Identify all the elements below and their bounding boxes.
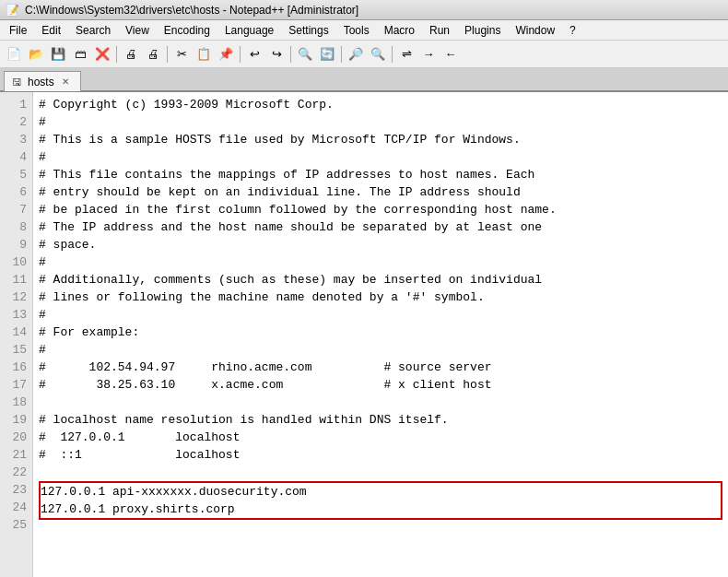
toolbar-sep-1 (116, 46, 117, 63)
line-number-25: 25 (0, 516, 32, 534)
menu-item-run[interactable]: Run (422, 22, 457, 39)
menu-item-language[interactable]: Language (217, 22, 281, 39)
editor: 1234567891011121314151617181920212223242… (0, 92, 728, 577)
line-number-20: 20 (0, 429, 32, 446)
code-line-7: # be placed in the first column followed… (39, 201, 722, 218)
tab-close-button[interactable]: ✕ (60, 77, 71, 87)
title-bar: 📝 C:\Windows\System32\drivers\etc\hosts … (0, 0, 728, 20)
code-line-21: # ::1 localhost (39, 446, 722, 464)
toolbar-sep-4 (290, 46, 291, 63)
menu-item-view[interactable]: View (118, 22, 157, 39)
code-line-15: # (39, 341, 722, 359)
copy-button[interactable]: 📋 (194, 44, 214, 65)
code-line-22 (39, 464, 722, 481)
menu-item-edit[interactable]: Edit (34, 22, 68, 39)
code-line-24: 127.0.0.1 proxy.shirts.corp (41, 500, 721, 518)
menu-item-?[interactable]: ? (562, 22, 583, 39)
menu-item-tools[interactable]: Tools (336, 22, 377, 39)
line-number-3: 3 (0, 131, 32, 148)
code-line-16: # 102.54.94.97 rhino.acme.com # source s… (39, 359, 722, 376)
line-number-11: 11 (0, 271, 32, 288)
line-number-17: 17 (0, 376, 32, 394)
line-number-18: 18 (0, 394, 32, 411)
save-all-button[interactable]: 🗃 (70, 44, 90, 65)
code-line-23: 127.0.0.1 api-xxxxxxx.duosecurity.com (41, 483, 721, 500)
replace-button[interactable]: 🔄 (317, 44, 337, 65)
menu-item-file[interactable]: File (2, 22, 34, 39)
menu-item-window[interactable]: Window (508, 22, 562, 39)
line-number-6: 6 (0, 183, 32, 201)
print-button[interactable]: 🖨 (121, 44, 141, 65)
line-number-15: 15 (0, 341, 32, 359)
save-button[interactable]: 💾 (48, 44, 68, 65)
redo-button[interactable]: ↪ (266, 44, 287, 65)
line-number-1: 1 (0, 96, 32, 113)
line-number-14: 14 (0, 324, 32, 341)
zoom-out-button[interactable]: 🔍 (368, 44, 388, 65)
zoom-in-button[interactable]: 🔎 (346, 44, 366, 65)
tab-bar: 🖫 hosts ✕ (0, 68, 728, 92)
undo-button[interactable]: ↩ (244, 44, 264, 65)
find-button[interactable]: 🔍 (295, 44, 315, 65)
tab-icon: 🖫 (12, 77, 22, 88)
line-number-13: 13 (0, 306, 32, 324)
code-line-2: # (39, 113, 722, 131)
menu-bar: FileEditSearchViewEncodingLanguageSettin… (0, 20, 728, 41)
code-line-25 (39, 520, 722, 537)
line-number-21: 21 (0, 446, 32, 464)
line-number-12: 12 (0, 288, 32, 306)
line-number-19: 19 (0, 411, 32, 429)
highlighted-block: 127.0.0.1 api-xxxxxxx.duosecurity.com127… (39, 481, 722, 520)
code-line-19: # localhost name resolution is handled w… (39, 411, 722, 429)
line-number-2: 2 (0, 113, 32, 131)
new-button[interactable]: 📄 (4, 44, 24, 65)
code-area[interactable]: # Copyright (c) 1993-2009 Microsoft Corp… (33, 92, 728, 577)
line-number-7: 7 (0, 201, 32, 218)
wrap-button[interactable]: ⇌ (396, 44, 417, 65)
outdent-button[interactable]: ← (440, 44, 461, 65)
code-line-10: # (39, 253, 722, 271)
menu-item-search[interactable]: Search (68, 22, 118, 39)
toolbar-sep-5 (341, 46, 342, 63)
app-icon: 📝 (6, 4, 19, 17)
paste-button[interactable]: 📌 (216, 44, 236, 65)
toolbar-sep-3 (240, 46, 241, 63)
line-number-9: 9 (0, 236, 32, 253)
menu-item-settings[interactable]: Settings (281, 22, 335, 39)
print-now-button[interactable]: 🖨 (143, 44, 163, 65)
window-title: C:\Windows\System32\drivers\etc\hosts - … (25, 4, 358, 17)
line-number-22: 22 (0, 464, 32, 481)
tab-hosts[interactable]: 🖫 hosts ✕ (4, 71, 81, 91)
line-numbers: 1234567891011121314151617181920212223242… (0, 92, 33, 577)
code-line-18 (39, 394, 722, 411)
menu-item-plugins[interactable]: Plugins (457, 22, 508, 39)
toolbar-sep-6 (392, 46, 393, 63)
line-number-24: 24 (0, 499, 32, 516)
line-number-5: 5 (0, 166, 32, 183)
line-number-8: 8 (0, 218, 32, 236)
line-number-10: 10 (0, 253, 32, 271)
menu-item-encoding[interactable]: Encoding (157, 22, 217, 39)
tab-label: hosts (28, 76, 54, 88)
code-line-6: # entry should be kept on an individual … (39, 183, 722, 201)
code-line-5: # This file contains the mappings of IP … (39, 166, 722, 183)
code-line-4: # (39, 148, 722, 166)
cut-button[interactable]: ✂ (171, 44, 192, 65)
line-number-16: 16 (0, 359, 32, 376)
code-line-20: # 127.0.0.1 localhost (39, 429, 722, 446)
code-line-9: # space. (39, 236, 722, 253)
code-line-11: # Additionally, comments (such as these)… (39, 271, 722, 288)
toolbar-sep-2 (167, 46, 168, 63)
open-button[interactable]: 📂 (26, 44, 46, 65)
indent-button[interactable]: → (418, 44, 439, 65)
close-button[interactable]: ❌ (92, 44, 112, 65)
code-line-13: # (39, 306, 722, 324)
code-line-1: # Copyright (c) 1993-2009 Microsoft Corp… (39, 96, 722, 113)
code-line-17: # 38.25.63.10 x.acme.com # x client host (39, 376, 722, 394)
code-line-12: # lines or following the machine name de… (39, 288, 722, 306)
code-line-3: # This is a sample HOSTS file used by Mi… (39, 131, 722, 148)
line-number-23: 23 (0, 481, 32, 499)
line-number-4: 4 (0, 148, 32, 166)
toolbar: 📄 📂 💾 🗃 ❌ 🖨 🖨 ✂ 📋 📌 ↩ ↪ 🔍 🔄 🔎 🔍 ⇌ → ← (0, 41, 728, 68)
menu-item-macro[interactable]: Macro (377, 22, 422, 39)
